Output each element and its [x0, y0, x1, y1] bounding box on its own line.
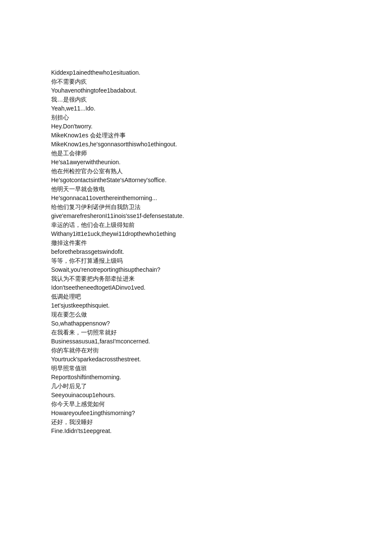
- text-line-25: 低调处理吧: [51, 292, 392, 301]
- text-line-22: Sowait,you'renotreportingthisupthechain?: [51, 265, 392, 274]
- text-line-15: 给他们复习伊利诺伊州自我防卫法: [51, 203, 392, 212]
- content-container: Kiddexp1ainedthewho1esituation.你不需要内疚You…: [51, 68, 392, 436]
- text-line-5: 别担心: [51, 113, 392, 122]
- text-line-26: 1et'sjustkeepthisquiet.: [51, 301, 392, 310]
- text-line-13: 他明天一早就会致电: [51, 185, 392, 194]
- text-line-30: Businessasusua1,farasI'mconcerned.: [51, 337, 392, 346]
- text-line-37: 你今天早上感觉如何: [51, 400, 392, 409]
- text-line-18: Withany1itt1e1uck,theywi11dropthewho1eth…: [51, 230, 392, 238]
- text-line-28: So,whathappensnow?: [51, 319, 392, 328]
- text-line-12: He'sgotcontactsintheState'sAttorney'soff…: [51, 176, 392, 185]
- text-line-39: 还好，我没睡好: [51, 418, 392, 427]
- text-line-2: Youhavenothingtofee1badabout.: [51, 86, 392, 95]
- text-line-11: 他在州检控官办公室有熟人: [51, 167, 392, 176]
- text-line-20: beforethebrassgetswindofit.: [51, 247, 392, 256]
- text-line-6: Hey.Don'tworry.: [51, 122, 392, 131]
- text-line-16: give'emarefresheronI11inois'sse1f-defens…: [51, 212, 392, 221]
- text-line-38: Howareyoufee1ingthismorning?: [51, 409, 392, 418]
- text-line-24: Idon'tseetheneedtogetIADinvo1ved.: [51, 283, 392, 292]
- text-line-35: 几小时后见了: [51, 382, 392, 391]
- text-line-10: He'sa1awyerwiththeunion.: [51, 158, 392, 167]
- text-line-31: 你的车就停在对街: [51, 346, 392, 355]
- text-line-19: 撤掉这件案件: [51, 238, 392, 247]
- text-line-9: 他是工会律师: [51, 149, 392, 158]
- text-line-29: 在我看来，一切照常就好: [51, 328, 392, 337]
- text-line-27: 现在要怎么做: [51, 310, 392, 319]
- text-line-32: Yourtruck'sparkedacrossthestreet.: [51, 355, 392, 364]
- text-line-21: 等等，你不打算通报上级吗: [51, 256, 392, 265]
- text-line-8: MikeKnow1es,he'sgonnasortthiswho1ethingo…: [51, 140, 392, 149]
- text-line-34: Reporttoshiftinthemorning.: [51, 373, 392, 382]
- text-line-40: Fine.Ididn'ts1eepgreat.: [51, 427, 392, 436]
- text-line-0: Kiddexp1ainedthewho1esituation.: [51, 68, 392, 77]
- text-line-36: Seeyouinacoup1ehours.: [51, 391, 392, 400]
- text-line-23: 我认为不需要把内务部牵扯进来: [51, 274, 392, 283]
- text-line-1: 你不需要内疚: [51, 77, 392, 86]
- text-line-14: He'sgonnaca11overthereinthemorning...: [51, 194, 392, 203]
- text-line-17: 幸运的话，他们会在上级得知前: [51, 221, 392, 230]
- text-line-3: 我…是很内疚: [51, 95, 392, 104]
- text-line-7: MikeKnow1es 会处理这件事: [51, 131, 392, 140]
- text-line-33: 明早照常值班: [51, 364, 392, 373]
- text-line-4: Yeah,we11...Ido.: [51, 104, 392, 113]
